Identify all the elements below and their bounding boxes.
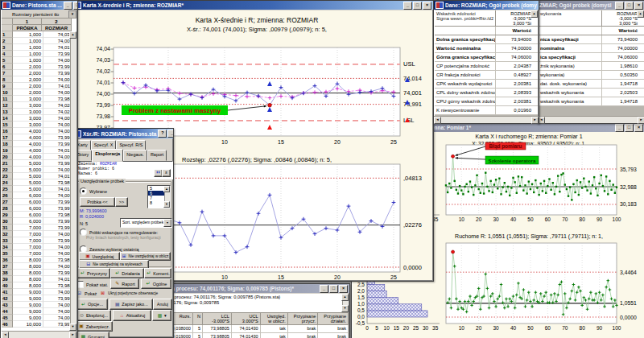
table-row[interactable]: 255,00074,014 <box>2 186 76 192</box>
table-row[interactable]: 398,00074,015 <box>2 276 76 282</box>
window-titlebar[interactable]: Średnia procesu: 74,001176; Sigma: 0,009… <box>154 284 349 293</box>
table-row[interactable]: 194,00074,015 <box>2 147 76 154</box>
tab-niegaus[interactable]: Niegaus. <box>123 150 147 161</box>
aktualizuj-button[interactable]: ⌂ Aktualizuj <box>113 310 151 321</box>
przyczyny-button[interactable]: ↵ Przyczyny <box>76 268 110 278</box>
scroll-up-icon[interactable]: ▲ <box>341 294 349 301</box>
table-row[interactable]: 215,00073,992 <box>2 160 76 167</box>
stat-row[interactable]: nica specyfikacji73,94000 <box>539 35 644 44</box>
column-header-probka[interactable]: PRÓBKA <box>13 25 42 31</box>
stat-row[interactable]: wykonania)0,50350 <box>539 71 644 80</box>
table-row[interactable]: 388,00073,993 <box>2 270 76 276</box>
table-row[interactable]: 225,00074,007 <box>2 167 76 173</box>
scroll-right-icon[interactable]: ► <box>638 117 644 124</box>
minimize-button[interactable]: _ <box>615 124 624 132</box>
table-row[interactable]: 459,00074,004 <box>2 315 76 321</box>
stat-row[interactable]: wskaźnik wykonania2,02503 <box>539 89 644 97</box>
stat-row[interactable]: CPL dolny wskaźnik zdolności2,08393 <box>435 89 538 97</box>
help-button[interactable]: ? <box>158 130 167 138</box>
stat-row[interactable]: CPU górny wskaźnik zdolności2,00381 <box>435 97 538 106</box>
scroll-right-icon[interactable]: ► <box>69 332 76 338</box>
horizontal-scrollbar[interactable]: ◄ ► <box>2 331 76 338</box>
minimize-button[interactable]: _ <box>615 2 624 10</box>
tab-eksploracja[interactable]: Eksploracja <box>92 149 123 162</box>
table-row[interactable]: 429,00073,995 <box>2 295 76 302</box>
table-row[interactable]: 337,00073,994 <box>2 237 76 244</box>
minimize-button[interactable]: _ <box>167 130 173 138</box>
table-row[interactable]: 21,00074,002 <box>2 38 76 44</box>
table-row[interactable]: 286,00073,997 <box>2 205 76 212</box>
table-row[interactable]: 245,00073,989 <box>2 179 76 186</box>
header-dropdown-icon[interactable]: ▾ <box>68 10 76 19</box>
table-row[interactable]: 153,00074,002 <box>2 122 76 128</box>
outlier-point[interactable] <box>452 250 455 254</box>
outlier-point[interactable] <box>452 155 455 158</box>
stat-row[interactable]: wskaźnik wykonania1,94718 <box>539 97 644 106</box>
minimize-button[interactable]: _ <box>64 2 72 10</box>
minimize-button[interactable]: _ <box>320 285 328 293</box>
table-row[interactable]: 143,00074,005 <box>2 115 76 122</box>
dropdown-arrow-icon[interactable]: ▾ <box>163 219 171 227</box>
table-row[interactable]: 327,00074,006 <box>2 231 76 237</box>
table-row[interactable]: 357,00074,005 <box>2 250 76 257</box>
stat-row[interactable]: CP potencjalna zdolność2,04387 <box>435 62 538 71</box>
table-row[interactable]: 164,00074,002 <box>2 128 76 134</box>
table-row[interactable]: 276,00073,994 <box>2 199 76 205</box>
table-row[interactable]: 113,00073,988 <box>2 96 76 102</box>
scroll-up-icon[interactable]: ▲ <box>530 10 538 18</box>
table-row[interactable]: 102,00074,004 <box>2 89 76 96</box>
forward-button[interactable]: >> <box>115 197 128 207</box>
table-row[interactable]: 31,00074,019 <box>2 44 76 51</box>
maximize-button[interactable]: □ <box>73 2 77 10</box>
table-row[interactable]: 51,00074,008 <box>2 57 76 64</box>
table-row[interactable]: 419,00074,008 <box>2 289 76 295</box>
probka-button[interactable]: Próbka << <box>80 197 115 207</box>
window-titlebar[interactable]: Dane: Pistons.sta ... _ □ × <box>1 1 77 10</box>
scroll-up-icon[interactable]: ▲ <box>69 31 76 39</box>
scroll-up-icon[interactable]: ▲ <box>163 186 170 192</box>
table-row[interactable]: 174,00073,996 <box>2 134 76 141</box>
minimize-button[interactable]: _ <box>403 2 412 10</box>
scroll-down-icon[interactable]: ▼ <box>69 324 76 331</box>
sort-dropdown[interactable]: Sort. względem próbek. ▾ <box>120 218 172 228</box>
stat-row[interactable]: nominalna74,00000 <box>539 44 644 53</box>
table-row[interactable]: 378,00074,003 <box>2 263 76 270</box>
maximize-button[interactable]: □ <box>625 124 634 132</box>
zabezpiecz-button[interactable]: ▣ Zabezpiecz. <box>76 321 113 332</box>
stat-row[interactable]: CPK wskaźnik wydajności2,00381 <box>435 80 538 89</box>
table-row[interactable]: 82,00074,001 <box>2 76 76 83</box>
horizontal-scrollbar[interactable]: ◄ ► <box>538 116 644 123</box>
stat-row[interactable]: Górna granica specyfikacji74,06000 <box>435 53 538 62</box>
outlier-point[interactable] <box>268 103 272 107</box>
stat-row[interactable]: źnik wykonania)1,98610 <box>539 62 644 71</box>
table-row[interactable]: 41,00073,992 <box>2 51 76 57</box>
table-row[interactable]: 235,00074,015 <box>2 173 76 179</box>
table-row[interactable]: 266,00074,009 <box>2 192 76 199</box>
maximize-button[interactable]: □ <box>329 285 338 293</box>
pokaz-checkbox[interactable]: ⊡ Pokaż <box>76 291 97 296</box>
sample-listbox[interactable]: 5678▲ ▼ <box>147 185 171 208</box>
table-row[interactable]: 92,00074,011 <box>2 83 76 89</box>
table-row[interactable]: 00,019000573,9880574,01430takbrakbrak <box>155 333 349 338</box>
maximize-button[interactable]: □ <box>625 2 634 10</box>
scroll-up-icon[interactable]: ▲ <box>637 10 644 18</box>
table-row[interactable]: 123,00074,024 <box>2 102 76 109</box>
table-row[interactable]: 184,00073,993 <box>2 141 76 147</box>
stat-row[interactable]: ica specyfikacji74,06000 <box>539 53 644 62</box>
anuluj-button[interactable]: Anuluj <box>153 299 172 310</box>
vertical-scrollbar[interactable]: ▲ ▼ <box>342 294 349 312</box>
maximize-button[interactable]: □ <box>413 2 422 10</box>
dzialania-button[interactable]: ↵ Działania <box>110 268 144 278</box>
close-button[interactable]: × <box>339 285 348 293</box>
window-titlebar[interactable]: ZMIAR; Ogół próbek (domyśl _ □ × <box>538 1 644 10</box>
stat-row[interactable]: dat. dosk. wykonania)1,94718 <box>539 80 644 89</box>
eksploruj-button[interactable]: ⊙ Eksploruj... <box>76 310 111 321</box>
opcje-button[interactable]: ↵ Opcje... <box>76 299 108 310</box>
scroll-right-icon[interactable]: ► <box>531 117 539 124</box>
scroll-left-icon[interactable]: ◄ <box>434 117 441 124</box>
radio-wybrane[interactable]: Wybrane <box>80 188 107 195</box>
mini-s-button[interactable]: s <box>162 169 171 177</box>
table-row[interactable]: 408,00073,988 <box>2 282 76 289</box>
table-row[interactable]: 439,00074,009 <box>2 302 76 308</box>
scroll-left-icon[interactable]: ◄ <box>2 332 9 338</box>
